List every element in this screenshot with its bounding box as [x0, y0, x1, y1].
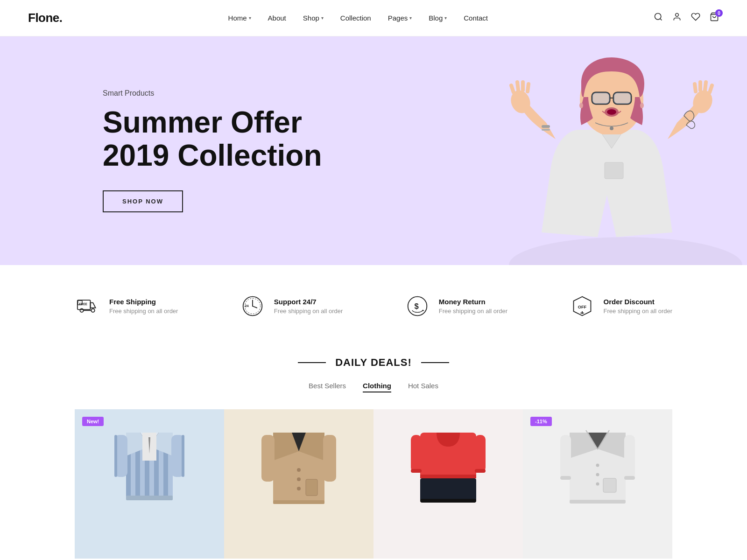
- chevron-down-icon: ▾: [321, 15, 324, 21]
- daily-deals-section: DAILY DEALS! Best Sellers Clothing Hot S…: [0, 347, 747, 560]
- hero-image: [476, 36, 747, 265]
- svg-point-82: [596, 483, 599, 486]
- truck-icon: FREE: [75, 293, 101, 319]
- feature-free-shipping: FREE Free Shipping Free shipping on all …: [75, 293, 178, 319]
- svg-line-39: [253, 306, 257, 308]
- svg-point-33: [91, 309, 94, 312]
- logo[interactable]: Flone.: [28, 11, 63, 25]
- nav-pages[interactable]: Pages ▾: [388, 14, 412, 22]
- tab-hot-sales[interactable]: Hot Sales: [408, 382, 438, 392]
- product-card-4[interactable]: -11%: [523, 409, 672, 559]
- svg-rect-10: [592, 92, 610, 104]
- products-grid: New!: [0, 409, 747, 559]
- svg-line-15: [511, 85, 514, 92]
- user-icon: [672, 12, 682, 21]
- tab-clothing[interactable]: Clothing: [363, 382, 391, 392]
- svg-rect-74: [420, 499, 476, 503]
- svg-rect-70: [475, 435, 486, 472]
- feature-money-return-text: Money Return Free shipping on all order: [439, 298, 507, 315]
- header-line-left: [298, 362, 326, 363]
- nav-blog[interactable]: Blog ▾: [429, 14, 447, 22]
- svg-rect-66: [273, 500, 324, 504]
- section-header: DAILY DEALS!: [0, 357, 747, 369]
- feature-support-text: Support 24/7 Free shipping on all order: [274, 298, 343, 315]
- tab-best-sellers[interactable]: Best Sellers: [309, 382, 346, 392]
- svg-line-21: [705, 82, 706, 90]
- chevron-down-icon: ▾: [444, 15, 447, 21]
- nav-home[interactable]: Home ▾: [228, 14, 251, 22]
- svg-rect-68: [420, 478, 476, 502]
- svg-point-64: [297, 487, 301, 490]
- svg-rect-84: [570, 500, 626, 504]
- svg-point-26: [579, 103, 583, 108]
- svg-line-1: [660, 19, 662, 21]
- svg-line-20: [710, 85, 712, 92]
- product-image-3: [374, 409, 523, 559]
- svg-text:$: $: [414, 302, 418, 311]
- main-nav: Home ▾ About Shop ▾ Collection Pages ▾ B…: [228, 14, 488, 22]
- nav-collection[interactable]: Collection: [340, 14, 371, 22]
- svg-point-81: [596, 473, 599, 476]
- features-bar: FREE Free Shipping Free shipping on all …: [0, 265, 747, 347]
- tag-icon: OFF: [569, 293, 595, 319]
- svg-rect-69: [411, 435, 422, 472]
- header-line-right: [421, 362, 449, 363]
- svg-rect-24: [542, 125, 550, 128]
- svg-point-63: [297, 477, 301, 481]
- daily-deals-title: DAILY DEALS!: [335, 357, 412, 369]
- svg-line-18: [528, 84, 529, 91]
- shop-now-button[interactable]: SHOP NOW: [103, 190, 183, 212]
- product-card-3[interactable]: [374, 409, 523, 559]
- product-card-1[interactable]: New!: [75, 409, 224, 559]
- feature-order-discount: OFF Order Discount Free shipping on all …: [569, 293, 672, 319]
- product-badge-sale: -11%: [530, 417, 552, 426]
- svg-line-23: [695, 84, 696, 91]
- svg-rect-11: [613, 92, 631, 104]
- nav-shop[interactable]: Shop ▾: [303, 14, 324, 22]
- svg-point-28: [610, 126, 613, 130]
- sweater-illustration: [411, 428, 486, 540]
- search-button[interactable]: [654, 12, 663, 24]
- nav-contact[interactable]: Contact: [464, 14, 488, 22]
- chevron-down-icon: ▾: [249, 15, 251, 21]
- svg-rect-83: [603, 478, 616, 492]
- svg-rect-77: [624, 435, 635, 479]
- svg-rect-79: [624, 476, 635, 480]
- header: Flone. Home ▾ About Shop ▾ Collection Pa…: [0, 0, 747, 36]
- product-badge-new: New!: [82, 417, 104, 426]
- wishlist-button[interactable]: [691, 12, 700, 24]
- svg-point-13: [607, 109, 616, 115]
- svg-text:24: 24: [245, 304, 249, 308]
- cart-button[interactable]: 0: [710, 12, 719, 24]
- svg-rect-65: [306, 479, 317, 496]
- feature-support: 24 Support 24/7 Free shipping on all ord…: [240, 293, 343, 319]
- svg-point-27: [640, 103, 644, 108]
- product-image-2: [224, 409, 374, 559]
- heart-icon: [691, 12, 700, 21]
- svg-rect-57: [182, 435, 184, 477]
- hero-title: Summer Offer 2019 Collection: [103, 106, 322, 172]
- hero-content: Smart Products Summer Offer 2019 Collect…: [0, 52, 322, 250]
- product-image-4: [523, 409, 672, 559]
- svg-rect-73: [420, 475, 476, 478]
- hero-subtitle: Smart Products: [103, 89, 322, 98]
- svg-rect-76: [560, 435, 571, 479]
- chevron-down-icon: ▾: [409, 15, 412, 21]
- header-icons: 0: [654, 12, 719, 24]
- svg-rect-61: [323, 435, 336, 482]
- jacket-white-illustration: [560, 428, 635, 540]
- hero-person-illustration: [476, 36, 747, 265]
- svg-point-2: [676, 14, 679, 17]
- svg-rect-78: [560, 476, 571, 480]
- coat-beige-illustration: [261, 428, 336, 540]
- svg-rect-58: [126, 496, 173, 500]
- hero-section: Smart Products Summer Offer 2019 Collect…: [0, 36, 747, 265]
- svg-point-4: [509, 237, 742, 265]
- svg-rect-25: [542, 129, 550, 131]
- nav-about[interactable]: About: [268, 14, 286, 22]
- deals-tabs: Best Sellers Clothing Hot Sales: [0, 382, 747, 392]
- product-card-2[interactable]: [224, 409, 374, 559]
- svg-rect-29: [605, 162, 623, 179]
- account-button[interactable]: [672, 12, 682, 24]
- feature-money-return: $ Money Return Free shipping on all orde…: [404, 293, 507, 319]
